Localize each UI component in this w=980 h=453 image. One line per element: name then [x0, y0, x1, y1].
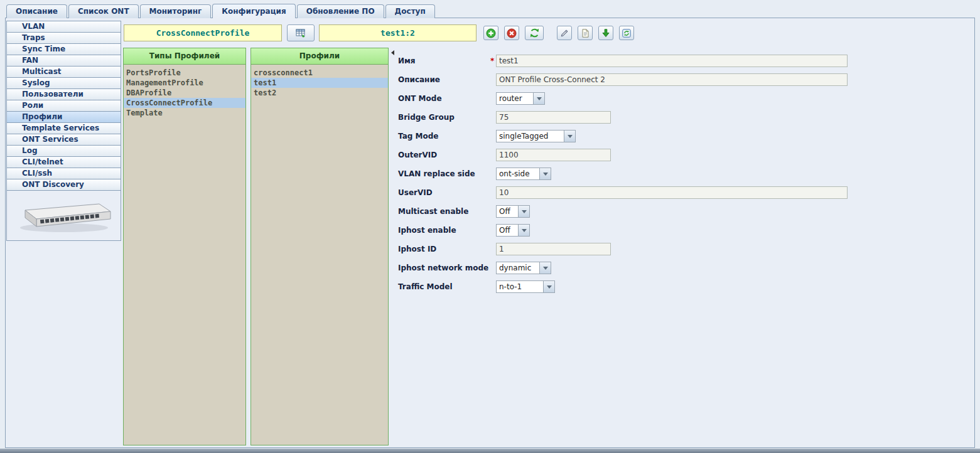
add-button[interactable]	[483, 26, 498, 40]
sidebar-items: VLANTrapsSync TimeFANMulticastSyslogПоль…	[6, 21, 121, 191]
sidebar-item[interactable]: FAN	[6, 55, 121, 67]
database-button[interactable]	[287, 24, 315, 41]
form-input[interactable]	[496, 73, 848, 86]
required-asterisk	[490, 55, 494, 67]
profile-type-item[interactable]: CrossConnectProfile	[124, 98, 245, 108]
sidebar: VLANTrapsSync TimeFANMulticastSyslogПоль…	[6, 21, 121, 241]
chevron-down-icon[interactable]	[533, 93, 544, 104]
tab-item[interactable]: Обновление ПО	[297, 4, 384, 18]
profile-item[interactable]: crossconnect1	[251, 68, 388, 78]
form-input[interactable]	[496, 243, 611, 255]
field-label: Traffic Model	[398, 280, 453, 293]
sidebar-item[interactable]: Sync Time	[6, 43, 121, 55]
edit-button[interactable]	[557, 26, 572, 40]
chevron-down-glyph	[543, 173, 548, 176]
device-panel	[6, 190, 121, 241]
collapse-left-icon[interactable]	[391, 50, 394, 55]
combo-value: n-to-1	[497, 281, 543, 292]
profiles-header: Профили	[251, 48, 388, 65]
sidebar-item[interactable]: Traps	[6, 32, 121, 44]
tab-item[interactable]: Конфигурация	[212, 4, 295, 18]
field-label: UserVID	[398, 186, 433, 199]
profile-name-field: test1:2	[319, 24, 477, 41]
combo-value: router	[497, 93, 533, 104]
form-row: Tag ModesingleTagged	[398, 130, 972, 144]
profile-type-item[interactable]: ManagementProfile	[124, 78, 245, 88]
sidebar-item[interactable]: Template Services	[6, 122, 121, 134]
chevron-down-glyph	[543, 267, 548, 270]
form-combo[interactable]: router	[496, 92, 545, 105]
sidebar-item[interactable]: Log	[6, 145, 121, 157]
field-label: Bridge Group	[398, 111, 455, 124]
form-row: Iphost enableOff	[398, 224, 972, 238]
application-window: ОписаниеСписок ONTМониторингКонфигурация…	[0, 0, 980, 453]
document-button[interactable]	[578, 26, 593, 40]
combo-value: dynamic	[497, 262, 539, 274]
tab-item[interactable]: Описание	[6, 4, 67, 18]
sidebar-item[interactable]: CLI/ssh	[6, 168, 121, 179]
profile-type-item[interactable]: Template	[124, 108, 245, 118]
form-row: Iphost network modedynamic	[398, 262, 972, 275]
sidebar-item[interactable]: Роли	[6, 100, 121, 112]
sidebar-item[interactable]: Профили	[6, 111, 121, 123]
tab-item[interactable]: Доступ	[385, 4, 435, 18]
form-combo[interactable]: ont-side	[496, 168, 551, 180]
sidebar-item[interactable]: CLI/telnet	[6, 156, 121, 168]
sidebar-item[interactable]: ONT Services	[6, 134, 121, 146]
toolbar	[483, 26, 634, 40]
form-row: Имя	[398, 55, 972, 68]
profile-types-list: PortsProfileManagementProfileDBAProfileC…	[124, 65, 245, 445]
chevron-down-glyph	[568, 135, 573, 138]
sidebar-item[interactable]: ONT Discovery	[6, 179, 121, 191]
combo-value: Off	[497, 225, 518, 236]
form-input[interactable]	[496, 111, 611, 124]
form-combo[interactable]: dynamic	[496, 262, 551, 274]
chevron-down-icon[interactable]	[564, 131, 575, 142]
form-input[interactable]	[496, 55, 848, 67]
chevron-down-icon[interactable]	[543, 281, 554, 292]
chevron-down-glyph	[522, 229, 527, 232]
refresh-button[interactable]	[525, 26, 544, 40]
field-label: Iphost enable	[398, 224, 456, 237]
field-label: Iphost ID	[398, 243, 436, 255]
combo-value: ont-side	[497, 168, 539, 179]
chevron-down-icon[interactable]	[539, 168, 551, 179]
form-combo[interactable]: Off	[496, 224, 530, 237]
form-row: Описание	[398, 73, 972, 87]
chevron-down-icon[interactable]	[518, 225, 529, 236]
field-label: VLAN replace side	[398, 168, 475, 180]
chevron-down-glyph	[547, 285, 552, 289]
sidebar-item[interactable]: Syslog	[6, 77, 121, 89]
export-button[interactable]	[619, 26, 634, 40]
profile-type-item[interactable]: PortsProfile	[124, 68, 245, 78]
splitter[interactable]	[390, 48, 395, 445]
form-combo[interactable]: n-to-1	[496, 280, 555, 293]
form-input[interactable]	[496, 149, 611, 161]
profile-types-header: Типы Профилей	[124, 48, 245, 65]
form-input[interactable]	[496, 186, 848, 199]
form-combo[interactable]: Off	[496, 205, 530, 218]
form-combo[interactable]: singleTagged	[496, 130, 576, 142]
form-row: Traffic Modeln-to-1	[398, 280, 972, 294]
combo-value: Off	[497, 206, 518, 217]
tab-item[interactable]: Мониторинг	[140, 4, 212, 18]
sidebar-item[interactable]: Пользователи	[6, 88, 121, 100]
tab-item[interactable]: Список ONT	[68, 4, 139, 18]
sidebar-item[interactable]: VLAN	[6, 21, 121, 33]
sidebar-item[interactable]: Multicast	[6, 66, 121, 78]
form-row: Iphost ID	[398, 243, 972, 257]
chevron-down-glyph	[537, 97, 542, 100]
delete-button[interactable]	[504, 26, 519, 40]
profile-type-field: CrossConnectProfile	[124, 24, 282, 41]
profile-item[interactable]: test2	[251, 88, 388, 98]
form-row: Multicast enableOff	[398, 205, 972, 219]
profile-item[interactable]: test1	[251, 78, 388, 88]
combo-value: singleTagged	[497, 131, 564, 142]
chevron-down-icon[interactable]	[518, 206, 529, 217]
profile-type-item[interactable]: DBAProfile	[124, 88, 245, 98]
download-button[interactable]	[598, 26, 613, 40]
field-label: ONT Mode	[398, 92, 442, 105]
chevron-down-icon[interactable]	[539, 262, 551, 274]
field-label: Имя	[398, 55, 416, 67]
form-row: ONT Moderouter	[398, 92, 972, 106]
